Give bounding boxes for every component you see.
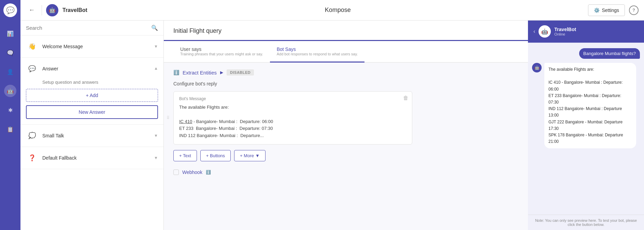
small-talk-section-header[interactable]: 💭 Small Talk ▼ [20, 125, 163, 147]
delete-icon[interactable]: 🗑 [403, 95, 409, 101]
sidebar: 🔍 👋 Welcome Message ▼ 💬 Answer ▼ Setup [20, 21, 164, 230]
preview-header: ‹ 🤖 TravelBot Online [528, 21, 644, 43]
sidebar-section-answer: 💬 Answer ▼ Setup question and answers + … [20, 58, 163, 125]
answer-subtitle: Setup question and answers [26, 80, 158, 85]
bot-avatar: 🤖 [46, 4, 58, 16]
bot-name-label: TravelBot [62, 7, 87, 13]
preview-panel: ‹ 🤖 TravelBot Online Bangalore Mumbai fl… [528, 21, 644, 230]
preview-status: Online [554, 32, 639, 36]
panel-title: Initial Flight query [173, 27, 221, 34]
search-bar: 🔍 [20, 21, 163, 36]
webhook-info-icon[interactable]: ℹ️ [206, 170, 211, 175]
disabled-badge: DISABLED [227, 69, 254, 76]
user-says-tab-subtitle: Training phrases that your users might a… [180, 52, 263, 56]
search-input[interactable] [26, 25, 151, 31]
webhook-checkbox[interactable] [173, 170, 179, 175]
preview-bot-icon: 🤖 [541, 28, 548, 35]
bot-message-label: Bot's Message [179, 96, 406, 101]
add-more-chevron-icon: ▼ [255, 153, 260, 158]
add-more-label: + More [240, 153, 254, 158]
help-question-mark: ? [632, 8, 635, 13]
settings-label: Settings [602, 8, 619, 13]
bot-nav-icon[interactable]: 🤖 [4, 85, 16, 97]
bot-message-content[interactable]: The available Flights are: IC 410 - Bang… [179, 104, 406, 139]
tab-bot-says[interactable]: Bot Says Add bot responses to respond to… [270, 41, 365, 63]
configure-label: Configure bot's reply [173, 81, 518, 86]
answer-label: Answer [42, 66, 150, 71]
bot-response-icon: 🤖 [534, 65, 540, 70]
answer-chevron-icon: ▼ [154, 66, 158, 71]
preview-bot-info: TravelBot Online [554, 27, 639, 36]
analytics-nav-icon[interactable]: 📊 [4, 27, 16, 40]
fallback-label: Default Fallback [42, 155, 150, 161]
add-buttons-button[interactable]: + Buttons [200, 150, 231, 161]
preview-bot-name: TravelBot [554, 27, 639, 32]
panel-header: Initial Flight query [164, 21, 528, 41]
webhook-label[interactable]: Webhook [182, 170, 202, 175]
preview-footer: Note: You can only see preview here. To … [528, 215, 644, 230]
add-more-button[interactable]: + More ▼ [234, 150, 266, 161]
app-logo[interactable]: 💬 [3, 3, 17, 17]
add-response-row: + Text + Buttons + More ▼ [173, 150, 518, 161]
welcome-chevron-icon: ▼ [154, 44, 158, 49]
add-text-button[interactable]: + Text [173, 150, 197, 161]
back-button[interactable]: ← [26, 5, 38, 15]
answer-section-content: Setup question and answers + Add New Ans… [20, 80, 163, 124]
answer-icon: 💬 [26, 63, 38, 75]
add-text-label: + Text [179, 153, 191, 158]
sidebar-section-welcome: 👋 Welcome Message ▼ [20, 36, 163, 58]
user-message-bubble: Bangalore Mumbai flights? [579, 48, 640, 59]
flight-1: IC 410 - Bangalore- Mumbai : Departure: … [548, 80, 622, 91]
small-talk-icon: 💭 [26, 130, 38, 142]
drag-handle-icon[interactable]: ⠿ [167, 116, 170, 120]
help-icon[interactable]: ? [629, 5, 639, 15]
add-answer-button[interactable]: + Add [26, 89, 158, 102]
bot-message-card: Bot's Message The available Flights are:… [173, 91, 412, 145]
add-buttons-label: + Buttons [206, 153, 225, 158]
intent-tabs: User says Training phrases that your use… [164, 41, 528, 63]
users-nav-icon[interactable]: 👤 [4, 66, 16, 78]
settings-gear-icon: ⚙️ [594, 8, 600, 13]
preview-back-icon[interactable]: ‹ [533, 28, 535, 35]
flight-4: GJT 222 Bangalore - Mumbai: Departure 17… [548, 120, 622, 131]
fallback-chevron-icon: ▼ [154, 155, 158, 160]
bot-response-intro: The available Flights are: [548, 67, 594, 72]
bot-response-avatar: 🤖 [532, 63, 542, 72]
extract-chevron-icon: ▶ [220, 70, 223, 75]
left-navigation: 💬 📊 🗨️ 👤 🤖 ✱ 📋 [0, 0, 20, 230]
bot-response-bubble: The available Flights are: IC 410 - Bang… [544, 63, 636, 148]
flight-5: SPK 178 Bangalore - Mumbai: Departure 21… [548, 133, 623, 144]
top-header: ← 🤖 TravelBot Kompose ⚙️ Settings ? [20, 0, 644, 21]
panel-body: ℹ️ Extract Entities ▶ DISABLED Configure… [164, 63, 528, 182]
welcome-icon: 👋 [26, 40, 38, 53]
answer-section-header[interactable]: 💬 Answer ▼ [20, 58, 163, 80]
user-says-tab-label: User says [180, 46, 201, 52]
sidebar-section-fallback: ❓ Default Fallback ▼ [20, 147, 163, 169]
fallback-section-header[interactable]: ❓ Default Fallback ▼ [20, 147, 163, 169]
small-talk-chevron-icon: ▼ [154, 133, 158, 138]
bot-says-tab-label: Bot Says [277, 46, 296, 52]
bot-response-row: 🤖 The available Flights are: IC 410 - Ba… [532, 63, 640, 148]
page-title: Kompose [91, 6, 584, 14]
search-icon: 🔍 [151, 25, 158, 31]
preview-bot-avatar: 🤖 [539, 25, 551, 38]
messages-nav-icon[interactable]: 🗨️ [4, 46, 16, 59]
sidebar-section-small-talk: 💭 Small Talk ▼ [20, 125, 163, 147]
welcome-section-header[interactable]: 👋 Welcome Message ▼ [20, 36, 163, 57]
welcome-label: Welcome Message [42, 44, 150, 49]
fallback-icon: ❓ [26, 152, 38, 164]
bot-says-tab-subtitle: Add bot responses to respond to what use… [277, 52, 358, 56]
content-area: 🔍 👋 Welcome Message ▼ 💬 Answer ▼ Setup [20, 21, 644, 230]
reports-nav-icon[interactable]: 📋 [4, 123, 16, 135]
tab-user-says[interactable]: User says Training phrases that your use… [173, 41, 270, 63]
header-divider [42, 5, 42, 15]
settings-button[interactable]: ⚙️ Settings [588, 4, 625, 16]
flight-3: IND 112 Bangalore- Mumbai : Departure 13… [548, 106, 622, 118]
extract-entities-row: ℹ️ Extract Entities ▶ DISABLED [173, 69, 518, 76]
webhook-row: Webhook ℹ️ [173, 170, 518, 175]
extract-entities-label[interactable]: Extract Entities [183, 70, 217, 76]
flight-2: ET 233 Bangalore- Mumbai : Departure: 07… [548, 93, 621, 105]
integrations-nav-icon[interactable]: ✱ [4, 104, 16, 116]
new-answer-button[interactable]: New Answer [26, 105, 158, 119]
preview-messages: Bangalore Mumbai flights? 🤖 The availabl… [528, 43, 644, 215]
